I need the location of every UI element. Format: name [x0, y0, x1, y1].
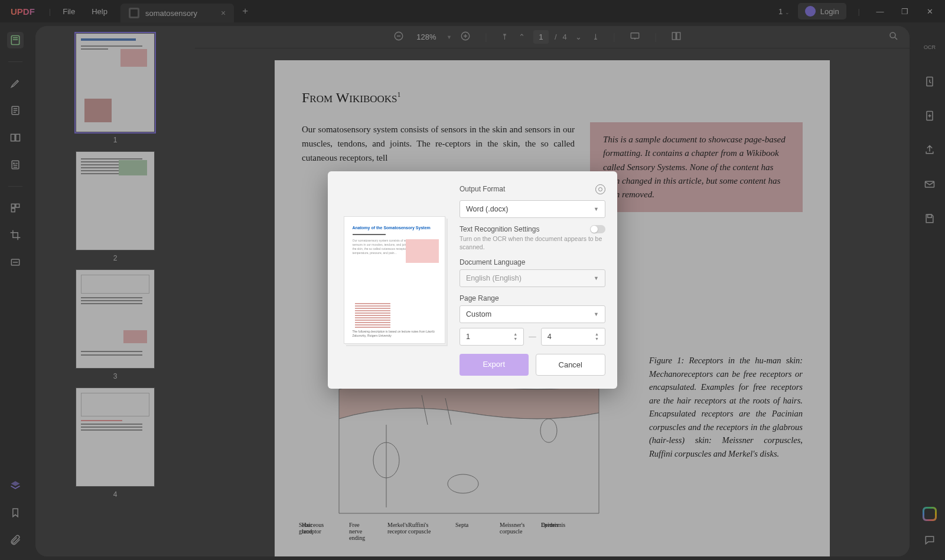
output-format-label: Output Format [460, 185, 505, 193]
page-range-label: Page Range [460, 294, 605, 302]
settings-gear-icon[interactable] [595, 184, 605, 194]
range-from-input[interactable]: 1 ▲▼ [460, 328, 524, 346]
page-range-select[interactable]: Custom▼ [460, 305, 605, 323]
export-modal: Anatomy of the Somatosensory System Our … [328, 171, 617, 389]
output-format-select[interactable]: Word (.docx)▼ [460, 200, 605, 218]
preview-title: Anatomy of the Somatosensory System [353, 225, 436, 230]
cancel-button[interactable]: Cancel [536, 354, 606, 376]
modal-overlay: Anatomy of the Somatosensory System Our … [0, 0, 945, 560]
modal-preview: Anatomy of the Somatosensory System Our … [340, 184, 449, 376]
language-select[interactable]: English (English)▼ [460, 269, 605, 287]
ocr-hint: Turn on the OCR when the document appear… [460, 235, 605, 251]
range-to-input[interactable]: 4 ▲▼ [541, 328, 605, 346]
ocr-toggle[interactable] [590, 225, 605, 233]
language-label: Document Language [460, 258, 605, 266]
ocr-label: Text Recognition Settings [460, 225, 539, 233]
export-button[interactable]: Export [460, 354, 529, 376]
